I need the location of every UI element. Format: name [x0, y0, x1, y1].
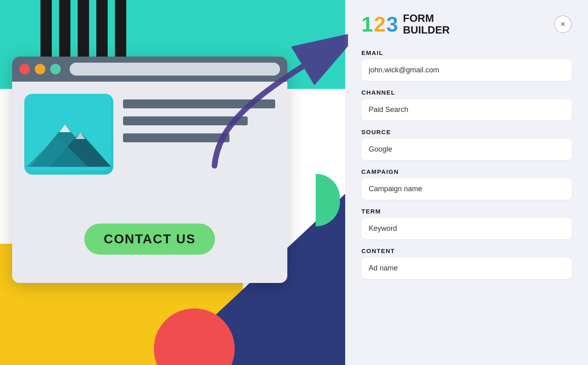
label-source: SOURCE [361, 129, 572, 135]
panel-header: 1 2 3 FORM BUILDER × [361, 12, 572, 36]
label-email: EMAIL [361, 49, 572, 56]
browser-mockup: CONTACT US [12, 57, 287, 283]
input-email[interactable] [361, 59, 572, 81]
text-line-1 [123, 99, 275, 108]
logo-digit-2: 2 [374, 12, 386, 36]
logo-digit-1: 1 [361, 12, 373, 36]
logo-text: FORM BUILDER [403, 13, 450, 36]
right-panel: 1 2 3 FORM BUILDER × EMAIL CHANNEL SOURC… [345, 0, 588, 365]
text-line-3 [123, 133, 229, 142]
label-content: CONTENT [361, 247, 572, 254]
input-content[interactable] [361, 257, 572, 279]
image-placeholder [24, 94, 113, 175]
logo-digit-3: 3 [386, 12, 398, 36]
text-lines-area [123, 94, 275, 142]
field-group-source: SOURCE [361, 129, 572, 160]
text-line-2 [123, 116, 248, 125]
field-group-campaign: CAMPAIGN [361, 168, 572, 200]
input-channel[interactable] [361, 99, 572, 120]
logo-area: 1 2 3 FORM BUILDER [361, 12, 450, 36]
logo-numbers: 1 2 3 [361, 12, 398, 36]
browser-toolbar [12, 57, 287, 82]
field-group-email: EMAIL [361, 49, 572, 81]
contact-us-button[interactable]: CONTACT US [84, 224, 215, 255]
label-channel: CHANNEL [361, 89, 572, 96]
field-group-term: TERM [361, 208, 572, 239]
browser-dot-orange [35, 64, 45, 74]
left-background: CONTACT US [0, 0, 348, 365]
input-source[interactable] [361, 139, 572, 160]
label-campaign: CAMPAIGN [361, 168, 572, 175]
browser-address-bar [70, 63, 280, 76]
browser-dot-red [19, 64, 30, 74]
contact-us-wrapper[interactable]: CONTACT US [84, 224, 215, 255]
browser-dot-green [50, 64, 61, 74]
close-button[interactable]: × [554, 15, 572, 33]
browser-content [12, 82, 287, 175]
input-term[interactable] [361, 218, 572, 239]
label-term: TERM [361, 208, 572, 215]
field-group-channel: CHANNEL [361, 89, 572, 120]
field-group-content: CONTENT [361, 247, 572, 279]
input-campaign[interactable] [361, 178, 572, 200]
